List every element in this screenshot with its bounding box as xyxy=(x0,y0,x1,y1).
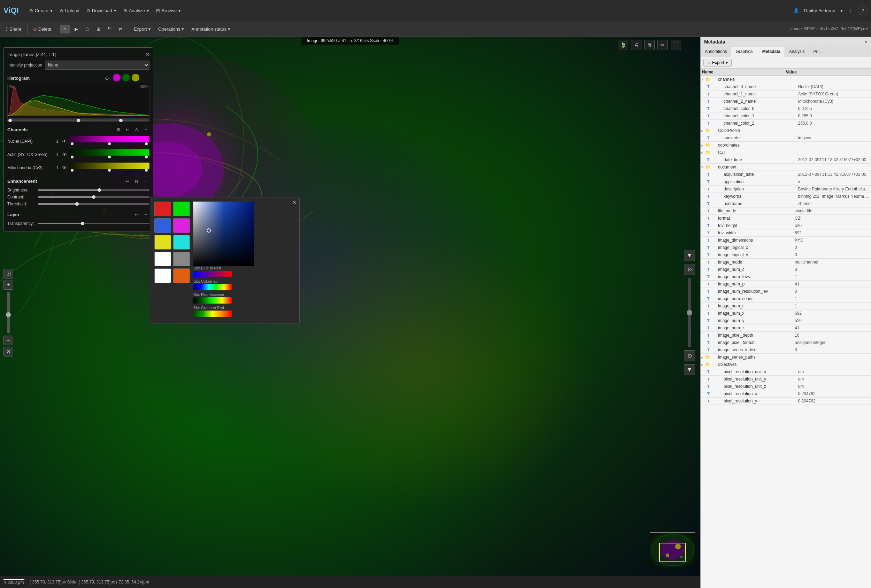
print-icon-button[interactable]: 🖨 xyxy=(631,40,641,50)
hist-minus-button[interactable]: − xyxy=(141,74,150,82)
3d-tool-button[interactable]: ⬡ xyxy=(82,25,92,33)
swatch-yellow[interactable] xyxy=(154,235,171,249)
tab-analysis[interactable]: Analysis xyxy=(785,47,809,57)
swatch-gray[interactable] xyxy=(173,252,190,266)
delete-button[interactable]: ⊗ Delete xyxy=(30,25,54,33)
color-picker-close-button[interactable]: ✕ xyxy=(292,199,296,206)
leaf-icon-button[interactable]: 🍃 xyxy=(618,40,628,50)
bio-blue-red-bar[interactable] xyxy=(193,271,232,277)
channel-2-handle-mid[interactable] xyxy=(108,169,111,172)
select-tool-button[interactable]: ↖ xyxy=(60,25,70,33)
swatch-green[interactable] xyxy=(173,201,190,216)
multi-tool-button[interactable]: ⠿ xyxy=(105,25,114,33)
channel-1-handle-right[interactable] xyxy=(145,156,148,158)
bio-fluorescence-bar[interactable] xyxy=(193,297,232,304)
layer-minus-button[interactable]: − xyxy=(142,210,150,218)
panel-close-button[interactable]: ✕ xyxy=(145,51,150,58)
channel-0-handle-mid[interactable] xyxy=(108,142,111,145)
enhancement-minus-button[interactable]: − xyxy=(142,177,150,185)
threshold-slider[interactable] xyxy=(38,203,150,205)
channel-0-visibility-button[interactable]: 👁 xyxy=(62,139,67,144)
create-button[interactable]: ⊕ Create ▾ xyxy=(26,6,56,15)
channel-magenta-dot[interactable] xyxy=(113,74,121,82)
enhancement-N-button[interactable]: N xyxy=(133,177,141,185)
bio-colors: Bio: Blue to Red Bio: Colormap Bio: Fluo… xyxy=(193,266,235,319)
analyze-button[interactable]: ⊕ Analyze ▾ xyxy=(120,6,153,15)
right-panel-expand-button[interactable]: » xyxy=(865,39,868,45)
meta-value: 520 xyxy=(793,222,871,229)
nav-down2-button[interactable]: ▼ xyxy=(684,364,695,375)
channel-0-handle-left[interactable] xyxy=(71,142,73,145)
channel-yellow-dot[interactable] xyxy=(132,74,139,82)
tab-annotations[interactable]: Annotations xyxy=(700,47,731,57)
swatch-white2[interactable] xyxy=(154,269,171,283)
channel-2-visibility-button[interactable]: 👁 xyxy=(62,165,67,170)
zoom-fit-button[interactable]: ⊡ xyxy=(3,269,13,279)
layer-undo-button[interactable]: ↩ xyxy=(133,210,141,218)
histogram-slider-track[interactable] xyxy=(7,119,150,121)
nav-slider[interactable] xyxy=(688,278,691,348)
nav-up-button[interactable]: ▼ xyxy=(684,250,695,261)
zoom-out-button[interactable]: − xyxy=(3,336,13,345)
hist-handle-left[interactable] xyxy=(8,119,12,122)
bio-fluorescence: Bio: Fluorescence xyxy=(193,293,235,304)
gradient-picker[interactable] xyxy=(193,201,254,266)
metadata-row: T pixel_resolution_unit_z um xyxy=(700,383,871,390)
viewer-area[interactable]: Image: 692x520 Z:41 ch: 3/16bits Scale: … xyxy=(0,37,700,588)
nav-down-button[interactable]: ⊙ xyxy=(684,350,695,361)
tab-more[interactable]: Pr... xyxy=(809,47,825,57)
swatch-orange[interactable] xyxy=(173,269,190,283)
meta-key: fov_height xyxy=(717,222,793,229)
contrast-slider[interactable] xyxy=(38,196,150,198)
channels-minus-button[interactable]: − xyxy=(142,126,150,133)
meta-value: 41 xyxy=(793,281,871,288)
channel-1-bar-container xyxy=(69,149,150,160)
share-button[interactable]: ⤴ Share xyxy=(3,25,24,33)
tab-metadata[interactable]: Metadata xyxy=(758,47,785,57)
swatch-blue[interactable] xyxy=(154,218,171,233)
analyze-chevron-icon: ▾ xyxy=(147,8,149,13)
hist-auto-button[interactable]: ⊙ xyxy=(103,74,111,82)
transparency-slider[interactable] xyxy=(38,223,150,224)
operations-button[interactable]: Operations ▾ xyxy=(156,25,187,33)
help-button[interactable]: ? xyxy=(858,6,868,15)
tab-graphical[interactable]: Graphical xyxy=(731,47,758,57)
brightness-slider[interactable] xyxy=(38,190,150,191)
browse-button[interactable]: ⊞ Browse ▾ xyxy=(153,6,184,15)
channels-settings-button[interactable]: ⚙ xyxy=(115,126,122,133)
enhancement-undo-button[interactable]: ↩ xyxy=(124,177,131,185)
export-metadata-button[interactable]: ⤓ Export ▾ xyxy=(703,59,732,67)
hist-handle-mid[interactable] xyxy=(77,119,80,122)
swatch-red[interactable] xyxy=(154,201,171,216)
video-tool-button[interactable]: ▶ xyxy=(72,25,81,33)
channel-2-handle-right[interactable] xyxy=(145,169,148,172)
channel-green-dot[interactable] xyxy=(122,74,130,82)
arrow-tool-button[interactable]: ⇄ xyxy=(116,25,125,33)
edit-icon-button[interactable]: ✏ xyxy=(657,40,668,50)
upload-button[interactable]: ⊙ Upload xyxy=(56,6,83,15)
swatch-cyan[interactable] xyxy=(173,235,190,249)
swatch-magenta[interactable] xyxy=(173,218,190,233)
export-button[interactable]: Export ▾ xyxy=(131,25,154,33)
channel-1-visibility-button[interactable]: 👁 xyxy=(62,152,67,157)
grid-tool-button[interactable]: ⊞ xyxy=(94,25,103,33)
channels-A-button[interactable]: A xyxy=(133,126,141,133)
channel-1-handle-mid[interactable] xyxy=(108,156,111,158)
channel-1-handle-left[interactable] xyxy=(71,156,73,158)
annotation-status-button[interactable]: Annotation status ▾ xyxy=(189,25,233,33)
channel-0-handle-right[interactable] xyxy=(145,142,148,145)
channels-undo-button[interactable]: ↩ xyxy=(124,126,131,133)
bio-green-red-bar[interactable] xyxy=(193,310,232,317)
hist-handle-right[interactable] xyxy=(119,119,123,122)
nav-up2-button[interactable]: ⊙ xyxy=(684,264,695,275)
zoom-reset-button[interactable]: ✕ xyxy=(3,347,13,357)
download-button[interactable]: ⊙ Download ▾ xyxy=(83,6,120,15)
trash-icon-button[interactable]: 🗑 xyxy=(644,40,655,50)
swatch-white[interactable] xyxy=(154,252,171,266)
zoom-in-button[interactable]: + xyxy=(3,280,13,290)
screen-icon-button[interactable]: ⛶ xyxy=(670,40,681,50)
meta-key: pixel_resolution_unit_y xyxy=(722,376,797,383)
intensity-select[interactable]: None xyxy=(45,61,150,70)
channel-2-handle-left[interactable] xyxy=(71,169,73,172)
bio-colormap-bar[interactable] xyxy=(193,284,232,290)
